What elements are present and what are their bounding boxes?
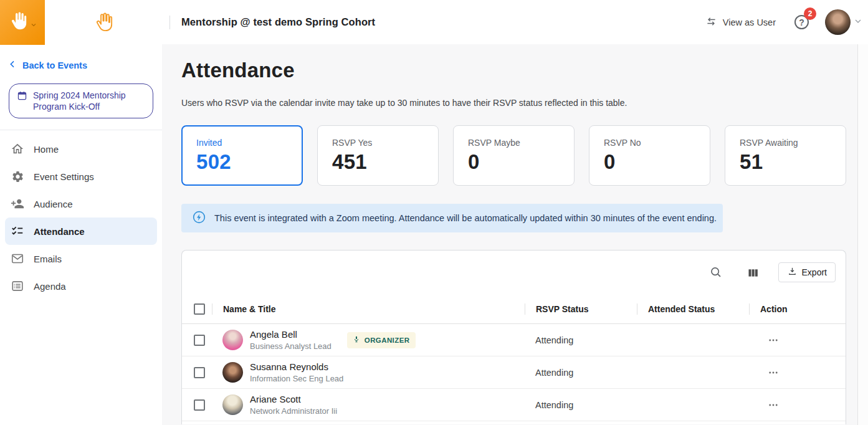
- sidebar-item-audience[interactable]: Audience: [5, 190, 157, 217]
- search-icon[interactable]: [709, 265, 723, 279]
- user-menu[interactable]: [825, 9, 863, 35]
- home-icon: [11, 142, 24, 156]
- column-header-name[interactable]: Name & Title: [212, 303, 525, 315]
- hand-outline-icon: [92, 12, 115, 33]
- table-toolbar: Export: [182, 251, 846, 294]
- action-cell: [749, 367, 846, 378]
- person-title: Network Administrator Iii: [250, 406, 337, 416]
- person-title: Business Analyst Lead: [250, 341, 331, 351]
- stat-card-rsvp-no[interactable]: RSVP No 0: [589, 125, 710, 186]
- kebab-icon[interactable]: [768, 335, 779, 346]
- table-row: Ariane Scott Network Administrator Iii A…: [182, 389, 846, 421]
- lightning-icon: [192, 210, 206, 227]
- stat-label: RSVP No: [604, 138, 710, 148]
- event-selector[interactable]: Spring 2024 Mentorship Program Kick-Off: [9, 84, 153, 118]
- back-to-events-link[interactable]: Back to Events: [7, 59, 162, 71]
- select-all-checkbox[interactable]: [194, 303, 205, 315]
- action-cell: [749, 335, 846, 346]
- person-name: Susanna Reynolds: [250, 361, 343, 373]
- person-info: Angela Bell Business Analyst Lead: [250, 328, 331, 351]
- title-divider: [169, 16, 170, 29]
- stat-label: RSVP Maybe: [468, 138, 574, 148]
- stat-value: 0: [468, 150, 574, 174]
- download-icon: [787, 266, 798, 279]
- stat-card-rsvp-maybe[interactable]: RSVP Maybe 0: [453, 125, 575, 186]
- main-content: Attendance Users who RSVP via the calend…: [162, 44, 857, 425]
- help-button[interactable]: ? 2: [794, 15, 809, 29]
- stat-card-invited[interactable]: Invited 502: [181, 125, 303, 186]
- kebab-icon[interactable]: [768, 399, 779, 411]
- rsvp-status-cell: Attending: [525, 368, 637, 378]
- name-cell: Angela Bell Business Analyst Lead ORGANI…: [212, 328, 525, 351]
- list-icon: [11, 279, 24, 293]
- app-logo-button[interactable]: [0, 0, 45, 45]
- column-header-rsvp-status[interactable]: RSVP Status: [525, 303, 637, 315]
- sidebar-item-label: Home: [34, 144, 59, 155]
- row-select-cell: [182, 367, 212, 378]
- checklist-icon: [11, 224, 24, 238]
- person-add-icon: [11, 197, 24, 211]
- name-cell: Susanna Reynolds Information Sec Eng Lea…: [212, 361, 525, 384]
- column-header-action[interactable]: Action: [749, 303, 846, 315]
- top-bar-actions: View as User ? 2: [705, 9, 868, 35]
- action-cell: [749, 399, 846, 411]
- person-name: Angela Bell: [250, 328, 331, 340]
- notification-badge: 2: [804, 7, 816, 20]
- chevron-down-icon: [30, 20, 37, 31]
- sidebar-item-label: Attendance: [34, 226, 85, 237]
- avatar: [222, 330, 243, 350]
- row-checkbox[interactable]: [194, 399, 205, 411]
- kebab-icon[interactable]: [768, 367, 779, 378]
- sidebar-item-label: Event Settings: [34, 171, 94, 182]
- column-header-attended-status[interactable]: Attended Status: [637, 303, 749, 315]
- stat-card-rsvp-yes[interactable]: RSVP Yes 451: [317, 125, 439, 186]
- table-row: Angela Bell Business Analyst Lead ORGANI…: [182, 324, 846, 356]
- event-name: Spring 2024 Mentorship Program Kick-Off: [33, 90, 144, 112]
- sidebar-item-label: Emails: [34, 254, 62, 264]
- row-checkbox[interactable]: [194, 367, 205, 378]
- table-header-row: Name & Title RSVP Status Attended Status…: [182, 294, 846, 324]
- sidebar-item-home[interactable]: Home: [5, 135, 157, 163]
- stat-label: Invited: [196, 138, 302, 148]
- calendar-icon: [17, 90, 27, 112]
- scrollbar[interactable]: [857, 44, 868, 425]
- sidebar-item-label: Agenda: [34, 281, 66, 292]
- view-as-user-button[interactable]: View as User: [705, 15, 776, 30]
- microphone-icon: [352, 335, 361, 345]
- page-description: Users who RSVP via the calendar invite m…: [181, 98, 857, 108]
- stat-value: 0: [604, 150, 710, 174]
- select-all-cell: [182, 303, 212, 315]
- back-chevron-icon: [7, 59, 17, 71]
- swap-arrows-icon: [705, 15, 718, 30]
- columns-icon[interactable]: [746, 266, 760, 279]
- gear-icon: [11, 170, 24, 183]
- sidebar-item-event-settings[interactable]: Event Settings: [5, 163, 157, 190]
- row-select-cell: [182, 335, 212, 346]
- sidebar: Back to Events Spring 2024 Mentorship Pr…: [0, 44, 162, 425]
- stat-card-rsvp-awaiting[interactable]: RSVP Awaiting 51: [725, 125, 846, 186]
- chevron-down-icon: [853, 16, 863, 29]
- stat-label: RSVP Awaiting: [740, 138, 846, 148]
- stat-label: RSVP Yes: [332, 138, 438, 148]
- attendance-table: Export Name & Title RSVP Status Attended…: [181, 250, 846, 424]
- sidebar-item-emails[interactable]: Emails: [5, 245, 157, 272]
- hand-icon: [7, 11, 29, 34]
- export-button[interactable]: Export: [778, 262, 836, 282]
- envelope-icon: [11, 252, 24, 265]
- export-label: Export: [802, 267, 827, 277]
- organizer-badge: ORGANIZER: [347, 332, 416, 348]
- person-info: Ariane Scott Network Administrator Iii: [250, 393, 337, 416]
- avatar: [825, 9, 851, 35]
- stat-value: 502: [196, 150, 302, 174]
- sidebar-item-label: Audience: [34, 199, 73, 209]
- name-cell: Ariane Scott Network Administrator Iii: [212, 393, 525, 416]
- program-title: Mentorship @ test demo Spring Cohort: [181, 16, 375, 28]
- row-checkbox[interactable]: [194, 335, 205, 346]
- row-select-cell: [182, 399, 212, 411]
- view-as-user-label: View as User: [723, 17, 776, 27]
- stat-value: 51: [740, 150, 846, 174]
- sidebar-item-attendance[interactable]: Attendance: [5, 217, 157, 245]
- rsvp-stats-row: Invited 502 RSVP Yes 451 RSVP Maybe 0 RS…: [181, 125, 846, 186]
- sidebar-item-agenda[interactable]: Agenda: [5, 272, 157, 300]
- person-name: Ariane Scott: [250, 393, 337, 405]
